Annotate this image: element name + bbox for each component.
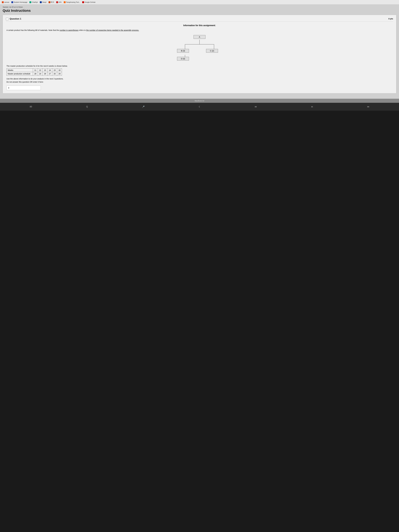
kb-moon[interactable]: ☾: [199, 106, 201, 108]
mps-13: 29: [43, 72, 48, 76]
node-d: D (4): [177, 57, 189, 61]
quiz-title: Quiz Instructions: [3, 9, 396, 13]
bom-tree: A B (3) C (2) D (4): [169, 34, 230, 63]
kb-playpause[interactable]: ⏯: [311, 106, 313, 108]
kb-f1: 80: [30, 106, 32, 108]
chatgpt-icon: [29, 1, 31, 3]
macbook-label: MacBook Air: [195, 100, 204, 102]
mps-15: 20: [52, 72, 57, 76]
student-icon: [11, 1, 13, 3]
bookmark-para-label: Paraphrasing Tool...: [66, 1, 80, 3]
bookmark-apa[interactable]: APA: [56, 1, 62, 3]
bookmark-canvas-label: canvas: [4, 1, 9, 3]
bookmark-chatgpt[interactable]: ChatGpt: [29, 1, 38, 3]
bookmark-scholar-label: Google Scholar: [85, 1, 95, 3]
bookmark-student[interactable]: Student Homepage: [11, 1, 28, 3]
weeks-label: Weeks: [6, 69, 33, 72]
bookmark-deepl-label: Deepl: [42, 1, 46, 3]
answer-input[interactable]: [6, 86, 41, 90]
node-b: B (3): [177, 49, 189, 53]
keyboard-area: 80 Q 🎤 ☾ ⏮ ⏯ ⏭: [0, 103, 399, 111]
started-text: Started: Jul 25 at 11:52am: [3, 6, 396, 8]
week-12: 12: [38, 69, 43, 72]
bookmark-oule-label: 欧乐: [51, 1, 54, 3]
oule-icon: [49, 1, 51, 3]
bookmark-student-label: Student Homepage: [14, 1, 27, 3]
para-icon: [64, 1, 66, 3]
browser-bar: canvas Student Homepage ChatGpt Deepl 欧乐…: [0, 0, 399, 5]
node-b-box: B (3): [177, 49, 189, 53]
bottom-bar: MacBook Air: [0, 99, 399, 103]
underline-text-2: the number of respective items needed in…: [86, 29, 139, 31]
info-heading: Information for this assignment:: [6, 24, 393, 27]
kb-rewind[interactable]: ⏮: [255, 106, 257, 108]
schedule-table: Weeks 11 12 13 14 15 16 Master productio…: [6, 68, 62, 76]
checkbox-area: Question 1: [6, 18, 21, 20]
kb-search[interactable]: Q: [86, 106, 88, 108]
use-above-text: Use the above information to do your ana…: [6, 78, 393, 80]
week-13: 13: [43, 69, 48, 72]
mps-label: Master production schedule: [6, 72, 33, 76]
bookmark-chatgpt-label: ChatGpt: [32, 1, 38, 3]
week-14: 14: [47, 69, 52, 72]
mps-11: 28: [33, 72, 38, 76]
week-15: 15: [52, 69, 57, 72]
node-c-box: C (2): [206, 49, 218, 53]
table-row-mps: Master production schedule 28 24 29 27 2…: [6, 72, 62, 76]
mps-12: 24: [38, 72, 43, 76]
do-not-text: Do not answer this question OR enter 0 h…: [6, 81, 393, 83]
mps-16: 29: [57, 72, 62, 76]
underline-text-1: number in parentheses: [59, 29, 78, 31]
mps-14: 27: [47, 72, 52, 76]
schedule-text: The master production schedule for A for…: [6, 65, 393, 67]
bookmark-canvas[interactable]: canvas: [1, 1, 10, 3]
scholar-icon: [82, 1, 84, 3]
canvas-icon: [2, 1, 4, 3]
bookmark-apa-label: APA: [59, 1, 62, 3]
week-16: 16: [57, 69, 62, 72]
deepl-icon: [40, 1, 42, 3]
question-checkbox[interactable]: [6, 18, 8, 20]
node-a-box: A: [194, 35, 205, 39]
page-area: Started: Jul 25 at 11:52am Quiz Instruct…: [0, 5, 399, 99]
node-d-box: D (4): [177, 57, 189, 61]
kb-mic[interactable]: 🎤: [142, 106, 145, 108]
kb-fastforward[interactable]: ⏭: [367, 106, 369, 108]
bookmark-oule[interactable]: 欧乐: [48, 1, 55, 4]
apa-icon: [56, 1, 58, 3]
question-number: Question 1: [10, 18, 21, 20]
table-row-weeks: Weeks 11 12 13 14 15 16: [6, 69, 62, 72]
bookmark-deepl[interactable]: Deepl: [39, 1, 47, 3]
question-body: Information for this assignment: A certa…: [6, 24, 393, 90]
node-a: A: [194, 35, 205, 39]
node-c: C (2): [206, 49, 218, 53]
question-body-text: A certain product has the following bill…: [6, 29, 393, 32]
question-card: Question 1 0 pts Information for this as…: [3, 15, 396, 93]
question-header: Question 1 0 pts: [6, 18, 393, 22]
bookmark-para[interactable]: Paraphrasing Tool...: [63, 1, 81, 3]
week-11: 11: [33, 69, 38, 72]
bookmark-scholar[interactable]: Google Scholar: [82, 1, 96, 3]
question-pts: 0 pts: [388, 18, 393, 20]
